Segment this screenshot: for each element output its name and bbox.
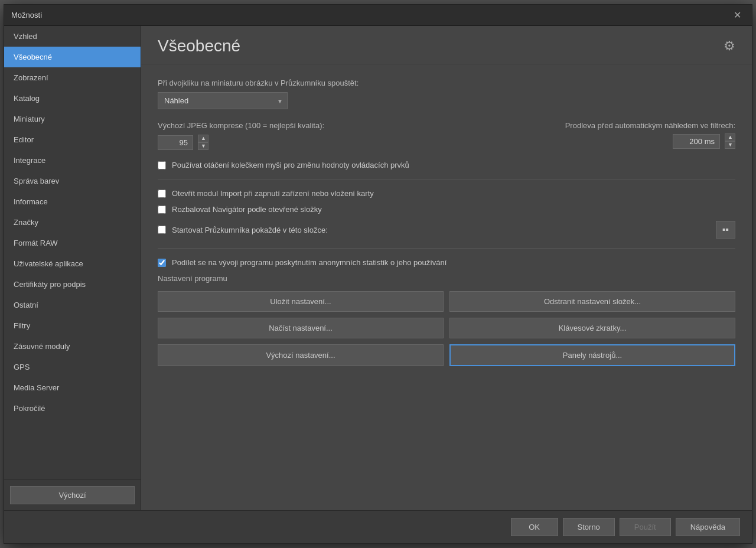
delay-col: Prodleva před automatickým náhledem ve f… xyxy=(565,121,735,149)
checkbox4-label: Startovat Průzkumníka pokaždé v této slo… xyxy=(172,226,328,234)
gear-icon: ⚙ xyxy=(724,38,735,54)
sidebar-item-format-raw[interactable]: Formát RAW xyxy=(4,233,141,253)
close-button[interactable]: ✕ xyxy=(730,9,745,21)
checkbox4-folder-row: Startovat Průzkumníka pokaždé v této slo… xyxy=(158,221,735,239)
jpeg-spin-down[interactable]: ▼ xyxy=(198,142,208,150)
sidebar-item-vzhled[interactable]: Vzhled xyxy=(4,26,141,47)
delay-spin-up[interactable]: ▲ xyxy=(725,133,735,141)
ok-button[interactable]: OK xyxy=(511,518,558,536)
main-content: Všeobecné ⚙ Při dvojkliku na miniaturu o… xyxy=(141,26,752,510)
checkbox5-input[interactable] xyxy=(158,259,166,267)
checkbox3-label: Rozbalovat Navigátor podle otevřené slož… xyxy=(172,205,322,214)
sidebar-item-filtry[interactable]: Filtry xyxy=(4,315,141,336)
cancel-button[interactable]: Storno xyxy=(563,518,615,536)
default-settings-button[interactable]: Výchozí nastavení... xyxy=(158,344,444,366)
delay-spinbox[interactable] xyxy=(673,134,720,149)
sidebar-item-integrace[interactable]: Integrace xyxy=(4,150,141,171)
remove-settings-button[interactable]: Odstranit nastavení složek... xyxy=(449,291,735,312)
delay-spin-down[interactable]: ▼ xyxy=(725,141,735,149)
checkbox2-input[interactable] xyxy=(158,190,166,198)
delay-spinbox-row: ▲ ▼ xyxy=(673,133,735,149)
sidebar-bottom: Výchozí xyxy=(4,480,141,510)
sidebar-item-zobrazeni[interactable]: Zobrazení xyxy=(4,67,141,88)
checkbox3-row: Rozbalovat Navigátor podle otevřené slož… xyxy=(158,205,735,214)
sidebar-item-sprava-barev[interactable]: Správa barev xyxy=(4,171,141,191)
group-label: Nastavení programu xyxy=(158,274,735,283)
dialog-footer: OK Storno Použít Nápověda xyxy=(4,510,752,543)
checkbox1-label: Používat otáčení kolečkem myši pro změnu… xyxy=(172,161,409,169)
jpeg-spin-up[interactable]: ▲ xyxy=(198,135,208,142)
main-dialog: Možnosti ✕ Vzhled Všeobecné Zobrazení Ka… xyxy=(4,4,752,544)
load-settings-button[interactable]: Načíst nastavení... xyxy=(158,318,444,338)
sidebar-item-vseobecne[interactable]: Všeobecné xyxy=(4,47,141,67)
sidebar-item-ostatni[interactable]: Ostatní xyxy=(4,295,141,315)
sidebar-item-uzivatelske-aplikace[interactable]: Uživatelské aplikace xyxy=(4,253,141,274)
sidebar-item-katalog[interactable]: Katalog xyxy=(4,88,141,109)
jpeg-spinbox[interactable] xyxy=(158,135,193,150)
jpeg-col: Výchozí JPEG komprese (100 = nejlepší kv… xyxy=(158,121,551,150)
shortcuts-button[interactable]: Klávesové zkratky... xyxy=(449,318,735,338)
folder-button[interactable]: ▪▪ xyxy=(716,221,735,239)
separator1 xyxy=(158,179,735,180)
checkbox3-input[interactable] xyxy=(158,206,166,214)
sidebar-item-pokrocile[interactable]: Pokročilé xyxy=(4,398,141,419)
help-button[interactable]: Nápověda xyxy=(676,518,740,536)
checkbox5-row: Podílet se na vývoji programu poskytnutí… xyxy=(158,258,735,267)
double-click-label: Při dvojkliku na miniaturu obrázku v Prů… xyxy=(158,79,735,87)
double-click-dropdown[interactable]: Náhled Editor Průzkumník xyxy=(158,92,288,109)
sidebar-item-znacky[interactable]: Značky xyxy=(4,212,141,233)
sidebar: Vzhled Všeobecné Zobrazení Katalog Minia… xyxy=(4,26,141,510)
panels-button[interactable]: Panely nástrojů... xyxy=(449,344,735,366)
sidebar-item-gps[interactable]: GPS xyxy=(4,357,141,377)
sidebar-item-miniatury[interactable]: Miniatury xyxy=(4,109,141,129)
jpeg-spinbox-row: ▲ ▼ xyxy=(158,135,551,150)
apply-button[interactable]: Použít xyxy=(620,518,671,536)
main-header: Všeobecné ⚙ xyxy=(141,26,752,64)
page-title: Všeobecné xyxy=(158,37,240,56)
checkbox1-input[interactable] xyxy=(158,161,166,169)
sidebar-item-informace[interactable]: Informace xyxy=(4,191,141,212)
delay-label: Prodleva před automatickým náhledem ve f… xyxy=(565,121,735,130)
title-bar: Možnosti ✕ xyxy=(4,5,752,26)
separator2 xyxy=(158,248,735,249)
jpeg-spinbox-btns: ▲ ▼ xyxy=(198,135,208,150)
delay-spinbox-btns: ▲ ▼ xyxy=(725,133,735,149)
checkbox2-row: Otevřít modul Import při zapnutí zařízen… xyxy=(158,189,735,198)
checkbox2-label: Otevřít modul Import při zapnutí zařízen… xyxy=(172,189,374,198)
sidebar-item-zasuvne-moduly[interactable]: Zásuvné moduly xyxy=(4,336,141,357)
checkbox1-row: Používat otáčení kolečkem myši pro změnu… xyxy=(158,161,735,169)
buttons-grid: Uložit nastavení... Odstranit nastavení … xyxy=(158,291,735,366)
sidebar-item-certifikaty[interactable]: Certifikáty pro podpis xyxy=(4,274,141,295)
checkbox4-input[interactable] xyxy=(158,226,166,234)
sidebar-item-media-server[interactable]: Media Server xyxy=(4,377,141,398)
main-body: Při dvojkliku na miniaturu obrázku v Prů… xyxy=(141,64,752,510)
dialog-body: Vzhled Všeobecné Zobrazení Katalog Minia… xyxy=(4,26,752,510)
sidebar-default-button[interactable]: Výchozí xyxy=(10,486,135,504)
jpeg-label: Výchozí JPEG komprese (100 = nejlepší kv… xyxy=(158,121,551,130)
double-click-dropdown-wrapper: Náhled Editor Průzkumník ▼ xyxy=(158,92,288,109)
save-settings-button[interactable]: Uložit nastavení... xyxy=(158,291,444,312)
checkbox5-label: Podílet se na vývoji programu poskytnutí… xyxy=(172,258,447,267)
sidebar-item-editor[interactable]: Editor xyxy=(4,129,141,150)
dropdown-row: Náhled Editor Průzkumník ▼ xyxy=(158,92,735,109)
jpeg-delay-row: Výchozí JPEG komprese (100 = nejlepší kv… xyxy=(158,121,735,150)
dialog-title: Možnosti xyxy=(11,11,42,19)
checkbox4-row: Startovat Průzkumníka pokaždé v této slo… xyxy=(158,226,328,234)
